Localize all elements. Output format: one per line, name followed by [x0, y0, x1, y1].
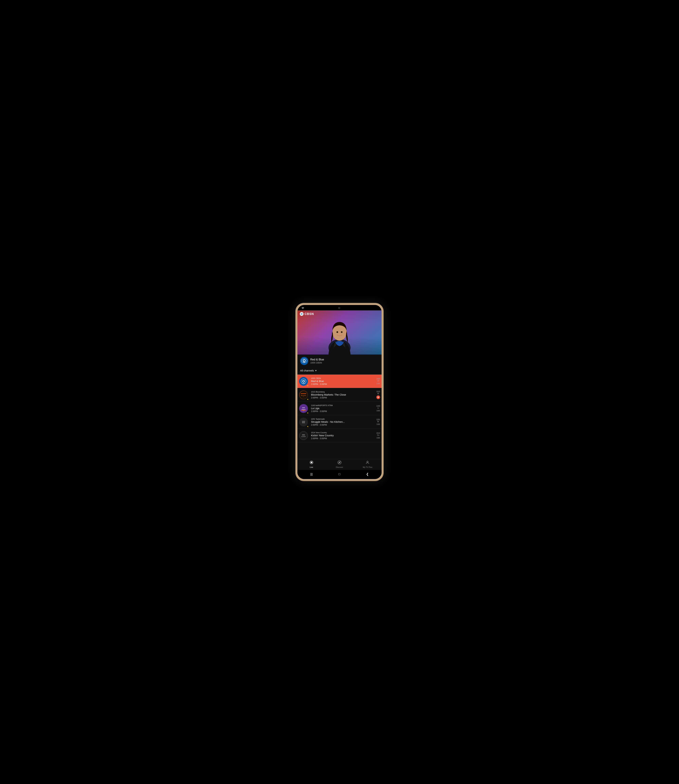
vevo-show-name: Kickin' New Country [311, 434, 374, 437]
bloomberg-ch-number: 1015Bl [376, 390, 380, 395]
channel-logo-tastemade: TASTE MADE ★ [297, 415, 310, 429]
back-button[interactable]: ❮ [363, 472, 372, 477]
status-bar [297, 305, 382, 310]
show-info-section: CBS Red & Blue 1005 CBSN [297, 355, 382, 367]
svg-text:CBS: CBS [302, 383, 305, 384]
cbsn-logo: CBSN [300, 312, 379, 316]
tastemade-time: 2:00PM - 3:00PM [311, 424, 374, 426]
svg-rect-19 [301, 393, 306, 394]
tastemade-network-label: 1201 Tastemade [311, 418, 374, 420]
phone-device: CBSN [296, 303, 383, 481]
cbsn-show-name: Red & Blue [311, 380, 374, 383]
svg-text:SPORTS: SPORTS [302, 409, 305, 410]
cbsn-logo-circle: CBS [299, 377, 308, 386]
svg-text:COUNTRY: COUNTRY [301, 436, 306, 437]
vevo-right-time: 3:00 [377, 437, 380, 439]
show-channel-logo: CBS [300, 357, 308, 365]
vevo-network-label: 1514 Vevo Country [311, 431, 374, 434]
cbsn-brand-text: CBSN [305, 312, 314, 316]
star-icon-bein: ★ [307, 412, 308, 414]
android-nav-bar: ||| □ ❮ [297, 470, 382, 479]
recents-button[interactable]: ||| [307, 472, 316, 477]
svg-text:vevo: vevo [302, 434, 305, 436]
bloomberg-right-info: 1015Bl [375, 388, 382, 401]
svg-text:beIN: beIN [302, 407, 305, 408]
filter-section: All channels ▼ [297, 367, 382, 375]
camera-notch [338, 307, 340, 309]
channel-logo-bein: beIN SPORTS XTRA ★ [297, 402, 310, 415]
dropdown-arrow-icon: ▼ [315, 369, 317, 372]
nav-item-discover[interactable]: Discover [325, 461, 354, 468]
person-svg [319, 314, 360, 355]
bloomberg-time: 2:00PM - 3:00PM [311, 397, 374, 399]
tastemade-right-info: 1201Br 3:00 [375, 415, 382, 429]
filter-label: All channels [300, 369, 314, 372]
channel-item-bloomberg[interactable]: Bloomberg TV+ ★ 1015 Bloomberg Bloomberg… [297, 388, 382, 402]
hero-banner[interactable]: CBSN [297, 310, 382, 355]
vevo-time: 2:00PM - 3:00PM [311, 437, 374, 440]
svg-marker-39 [339, 462, 340, 463]
channel-logo-bloomberg: Bloomberg TV+ ★ [297, 388, 310, 401]
home-button[interactable]: □ [335, 472, 344, 477]
svg-point-23 [378, 397, 379, 398]
channel-item-tastemade[interactable]: TASTE MADE ★ 1201 Tastemade Struggle Mea… [297, 415, 382, 429]
profile-icon [366, 461, 369, 465]
bein-network-label: 1163 beINSPORTS XTRA [311, 404, 374, 406]
svg-point-40 [367, 461, 368, 462]
discover-nav-label: Discover [336, 466, 343, 468]
svg-point-8 [341, 331, 343, 333]
channel-item-cbsn[interactable]: CBS ★ 1005 CBSN Red & Blue 2:00PM - 3:00… [297, 375, 382, 388]
live-icon [310, 461, 313, 465]
tastemade-ch-number: 1201Br [376, 419, 380, 423]
svg-text:MADE: MADE [302, 422, 305, 423]
channel-info-bloomberg: 1015 Bloomberg Bloomberg Markets: The Cl… [310, 388, 375, 401]
nav-item-live[interactable]: Live [297, 461, 325, 468]
cbsn-network-label: 1005 CBSN [311, 377, 374, 379]
channel-info-cbsn: 1005 CBSN Red & Blue 2:00PM - 3:00PM [310, 375, 375, 388]
network-logo-bar: CBSN [297, 310, 382, 317]
svg-text:TV+: TV+ [303, 396, 304, 397]
show-channel-logo-text: CBS [301, 358, 307, 364]
vevo-right-info: 1514Co 3:00 [375, 429, 382, 442]
cbsn-right-time: 3:00 [377, 383, 380, 384]
svg-text:TASTE: TASTE [302, 421, 305, 422]
channel-filter-button[interactable]: All channels ▼ [300, 369, 317, 372]
svg-point-3 [301, 314, 302, 314]
svg-point-29 [300, 418, 307, 426]
cbsn-ch-number: 1005CB [376, 378, 380, 382]
cbsn-right-info: 1005CB 3:00 [375, 375, 382, 388]
channel-list: CBS ★ 1005 CBSN Red & Blue 2:00PM - 3:00… [297, 375, 382, 459]
svg-text:Bloomberg: Bloomberg [301, 395, 306, 396]
live-nav-label: Live [310, 466, 313, 468]
vevo-logo-circle: vevo COUNTRY [299, 431, 308, 440]
star-icon-cbsn: ★ [307, 385, 308, 387]
show-details: Red & Blue 1005 CBSN [310, 358, 379, 364]
bein-logo-circle: beIN SPORTS XTRA [299, 404, 308, 413]
bloomberg-logo-circle: Bloomberg TV+ [299, 390, 308, 399]
channel-item-bein[interactable]: beIN SPORTS XTRA ★ 1163 beINSPORTS XTRA … [297, 402, 382, 415]
wifi-icon [302, 307, 304, 309]
nav-item-my-tv-plus[interactable]: My TV Plus [354, 461, 382, 468]
bloomberg-live-indicator [376, 395, 380, 399]
channel-item-vevo[interactable]: vevo COUNTRY 1514 Vevo Country Kickin' N… [297, 429, 382, 442]
tastemade-right-time: 3:00 [377, 423, 380, 425]
bein-right-info: 1163Li 3:00 [375, 402, 382, 415]
tastemade-show-name: Struggle Meals - No Kitchen... [311, 420, 374, 423]
svg-point-11 [304, 360, 305, 362]
svg-text:CBS: CBS [303, 362, 305, 362]
bloomberg-network-label: 1015 Bloomberg [311, 391, 374, 393]
my-tv-plus-nav-label: My TV Plus [363, 466, 372, 468]
bottom-navigation: Live Discover My TV Plus [297, 459, 382, 470]
hero-person-image [319, 314, 360, 355]
star-icon-tastemade: ★ [307, 425, 308, 428]
cbs-eye-icon [300, 312, 304, 316]
svg-point-16 [303, 381, 304, 382]
channel-info-bein: 1163 beINSPORTS XTRA La Liga 2:00PM - 3:… [310, 402, 375, 415]
channel-logo-vevo: vevo COUNTRY [297, 429, 310, 442]
svg-point-7 [336, 331, 338, 333]
bein-show-name: La Liga [311, 407, 374, 410]
bein-right-time: 3:00 [377, 410, 380, 412]
bloomberg-show-name: Bloomberg Markets: The Close [311, 393, 374, 396]
show-title: Red & Blue [310, 358, 379, 361]
phone-screen: CBSN [297, 305, 382, 479]
